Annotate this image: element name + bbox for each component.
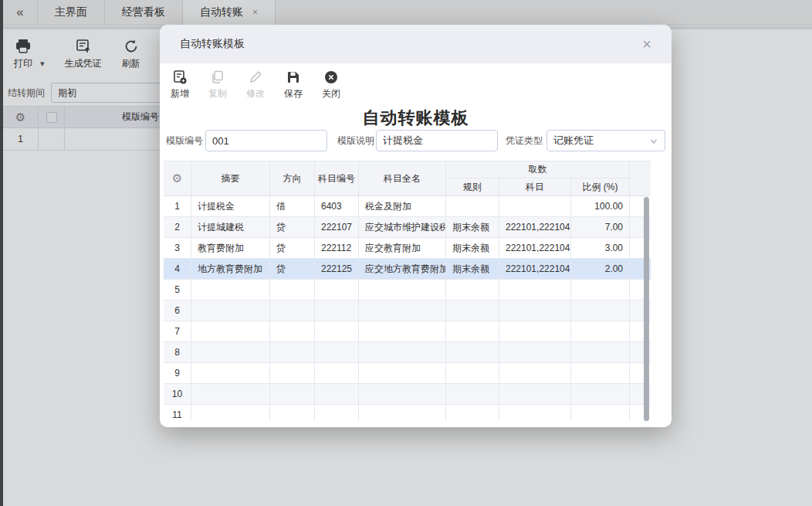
new-label: 新增 [171,87,189,100]
cell-row-index: 4 [164,259,191,279]
grid-row[interactable]: 7 [164,321,651,342]
cell-rule [446,405,499,421]
grid-row[interactable]: 3 教育费附加 贷 222112 应交教育附加 期末余额 222101,2221… [164,238,651,259]
col-ratio: 比例 (%) [571,178,630,195]
cell-row-index: 2 [164,217,191,237]
cell-account-name [359,321,446,341]
gear-icon[interactable]: ⚙ [164,161,191,195]
cell-row-index: 10 [164,384,191,404]
cell-ratio [571,405,630,421]
cell-row-index: 1 [164,196,191,216]
cell-account-no: 222112 [315,238,359,258]
cell-rule [446,280,499,300]
cell-rule [446,384,499,404]
close-button[interactable]: 关闭 [316,70,347,100]
cell-summary: 地方教育费附加 [191,259,270,279]
grid-row[interactable]: 1 计提税金 借 6403 税金及附加 100.00 [164,196,651,217]
cell-ratio [571,363,630,383]
grid-row[interactable]: 11 [164,405,651,421]
cell-account-no [315,280,359,300]
cell-account-no [315,301,359,321]
cell-accounts: 222101,222104 [499,238,571,258]
cell-rule: 期末余额 [446,217,499,237]
save-label: 保存 [284,87,303,100]
cell-row-index: 8 [164,342,191,362]
chevron-down-icon [649,137,658,148]
save-button[interactable]: 保存 [278,70,309,100]
vertical-scrollbar[interactable] [644,197,649,421]
cell-account-no [315,321,359,341]
cell-account-name [359,342,446,362]
cell-account-no [315,363,359,383]
cell-accounts [499,363,571,383]
col-account: 科目 [499,178,571,195]
cell-account-no [315,405,359,421]
cell-accounts [499,342,571,362]
cell-rule [446,301,499,321]
copy-icon [210,70,225,85]
grid-row[interactable]: 9 [164,363,651,384]
grid-row[interactable]: 2 计提城建税 贷 222107 应交城市维护建设税 期末余额 222101,2… [164,217,651,238]
grid-row[interactable]: 4 地方教育费附加 贷 222125 应交地方教育费附加 期末余额 222101… [164,259,651,280]
dialog-title: 自动转账模板 [180,37,245,51]
cell-rule [446,363,499,383]
voucher-type-select[interactable]: 记账凭证 [546,130,665,151]
cell-direction [270,405,315,421]
cell-account-no: 6403 [315,196,359,216]
cell-row-index: 11 [164,405,191,421]
dialog-header: 自动转账模板 × [160,25,672,63]
cell-account-no: 222107 [315,217,359,237]
cell-accounts [499,405,571,421]
cell-row-index: 9 [164,363,191,383]
cell-ratio: 100.00 [571,196,630,216]
grid-row[interactable]: 6 [164,301,651,321]
auto-transfer-template-dialog: 自动转账模板 × 新增 [160,25,672,427]
template-no-label: 模版编号 [166,134,203,148]
cell-summary: 教育费附加 [191,238,270,258]
cell-account-name [359,301,446,321]
new-button[interactable]: 新增 [164,70,195,100]
modify-label: 修改 [246,87,265,100]
cell-summary [191,363,270,383]
grid-row[interactable]: 5 [164,280,651,301]
col-direction: 方向 [270,161,315,195]
col-account-name: 科目全名 [359,161,446,195]
cell-accounts [499,321,571,341]
template-grid: ⚙ 摘要 方向 科目编号 科目全名 取数 规则 科目 比例 (%) 1 计提税金… [164,161,651,421]
cell-accounts [499,280,571,300]
cell-account-no [315,342,359,362]
cell-direction [270,363,315,383]
cell-ratio: 2.00 [571,259,630,279]
modify-button[interactable]: 修改 [240,70,271,100]
cell-rule [446,196,499,216]
cell-rule: 期末余额 [446,259,499,279]
cell-summary [191,405,270,421]
cell-row-index: 7 [164,321,191,341]
cell-account-name [359,280,446,300]
col-rule: 规则 [446,178,499,195]
voucher-type-value: 记账凭证 [553,134,594,148]
dialog-toolbar: 新增 复制 修改 [164,70,347,100]
template-no-input[interactable] [205,130,327,151]
template-desc-input[interactable] [376,130,498,151]
cell-summary [191,321,270,341]
copy-button[interactable]: 复制 [202,70,233,100]
cell-ratio [571,342,630,362]
grid-row[interactable]: 8 [164,342,651,363]
cell-direction: 借 [270,196,315,216]
grid-row[interactable]: 10 [164,384,651,405]
cell-direction: 贷 [270,217,315,237]
dialog-close-icon[interactable]: × [642,36,651,52]
cell-account-no [315,384,359,404]
cell-account-name [359,384,446,404]
cell-ratio [571,280,630,300]
cell-ratio: 7.00 [571,217,630,237]
cell-row-index: 3 [164,238,191,258]
col-fetch-group: 取数 [446,161,630,178]
cell-accounts [499,301,571,321]
template-grid-body: 1 计提税金 借 6403 税金及附加 100.00 2 计提城建税 贷 222… [164,196,651,421]
cell-account-name: 税金及附加 [359,196,446,216]
cell-direction: 贷 [270,238,315,258]
close-label: 关闭 [322,87,340,100]
cell-account-name: 应交城市维护建设税 [359,217,446,237]
